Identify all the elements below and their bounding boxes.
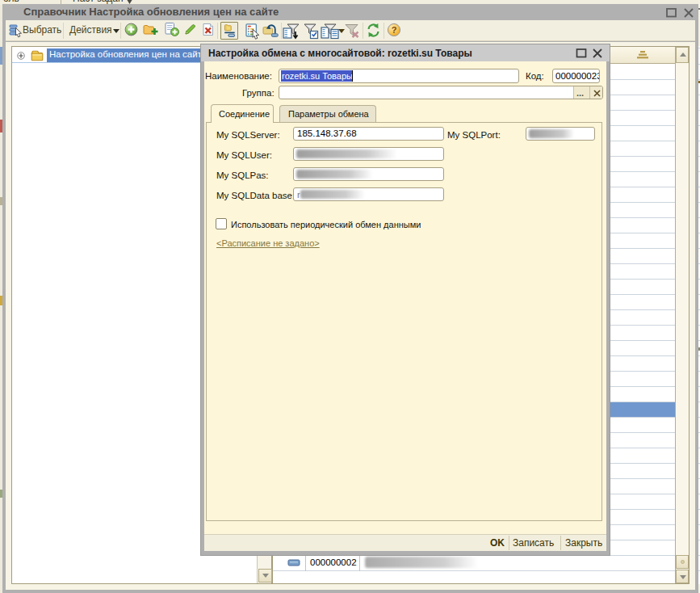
svg-text:?: ? — [392, 25, 397, 35]
